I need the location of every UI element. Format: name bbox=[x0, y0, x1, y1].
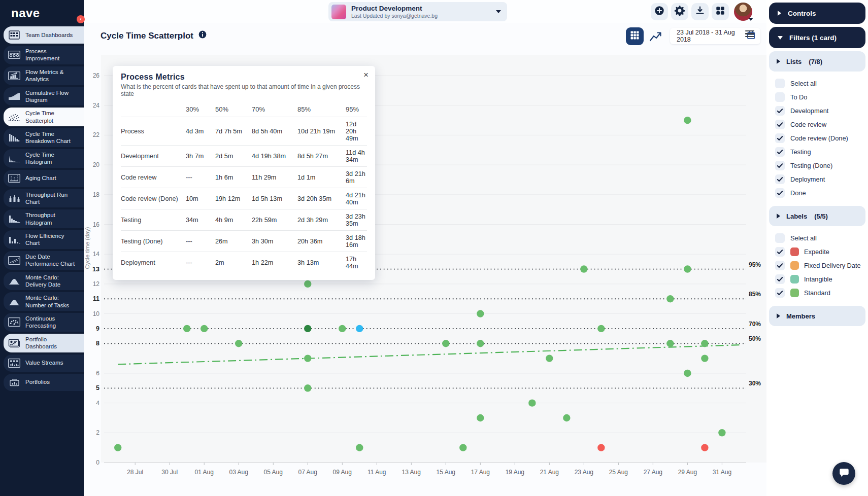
scatter-point[interactable] bbox=[114, 444, 121, 451]
filter-item-testing-done[interactable]: Testing (Done) bbox=[769, 159, 865, 172]
scatter-point[interactable] bbox=[597, 325, 605, 332]
scatter-point[interactable] bbox=[580, 265, 587, 272]
filter-item-fixed-delivery-date[interactable]: Fixed Delivery Date bbox=[769, 259, 865, 272]
scatter-point[interactable] bbox=[684, 117, 691, 124]
filter-item-select-all[interactable]: Select all bbox=[769, 77, 865, 90]
board-selector[interactable]: Product Development Last Updated by sony… bbox=[328, 2, 507, 21]
checkbox[interactable] bbox=[775, 133, 785, 143]
checkbox[interactable] bbox=[775, 188, 785, 198]
scatter-point[interactable] bbox=[718, 429, 725, 436]
filter-item-deployment[interactable]: Deployment bbox=[769, 172, 865, 186]
labels-count: (5/5) bbox=[814, 212, 828, 220]
checkbox[interactable] bbox=[775, 274, 785, 284]
filter-item-code-review-done[interactable]: Code review (Done) bbox=[769, 131, 865, 145]
scatter-point[interactable] bbox=[477, 414, 484, 421]
filter-item-done[interactable]: Done bbox=[769, 186, 865, 200]
filter-item-development[interactable]: Development bbox=[769, 104, 865, 118]
checkbox[interactable] bbox=[775, 120, 785, 129]
sidebar-item-cumulative-flow-diagram[interactable]: Cumulative Flow Diagram bbox=[4, 87, 84, 106]
x-tick-label: 01 Aug bbox=[195, 469, 214, 476]
sidebar-collapse-button[interactable]: ‹ bbox=[77, 15, 85, 23]
trend-icon bbox=[649, 36, 663, 44]
checkbox[interactable] bbox=[775, 261, 785, 270]
scatter-point[interactable] bbox=[356, 444, 363, 451]
scatter-point[interactable] bbox=[563, 414, 570, 421]
sidebar-item-cycle-time-scatterplot[interactable]: Cycle Time Scatterplot bbox=[4, 108, 84, 126]
chart-context-menu[interactable] bbox=[745, 30, 754, 39]
scatter-point[interactable] bbox=[666, 340, 674, 347]
close-icon[interactable]: × bbox=[363, 70, 369, 80]
scatter-point[interactable] bbox=[701, 340, 708, 347]
download-icon bbox=[694, 5, 706, 18]
checkbox[interactable] bbox=[775, 106, 785, 116]
sidebar-item-aging-chart[interactable]: Aging Chart bbox=[4, 170, 84, 187]
scatter-point[interactable] bbox=[666, 295, 674, 302]
scatter-point[interactable] bbox=[701, 444, 708, 451]
filter-item-code-review[interactable]: Code review bbox=[769, 118, 865, 131]
scatter-point[interactable] bbox=[459, 444, 466, 451]
checkbox[interactable] bbox=[775, 233, 785, 243]
lists-section-header[interactable]: Lists (7/8) bbox=[769, 51, 865, 72]
checkbox[interactable] bbox=[775, 161, 785, 170]
sidebar-item-monte-carlo-delivery-date[interactable]: Monte Carlo: Delivery Date bbox=[4, 272, 84, 291]
sidebar-item-monte-carlo-number-of-tasks[interactable]: Monte Carlo: Number of Tasks bbox=[4, 292, 84, 311]
sidebar-item-cycle-time-breakdown-chart[interactable]: Cycle Time Breakdown Chart bbox=[4, 128, 84, 147]
scatter-point[interactable] bbox=[528, 399, 536, 406]
settings-button[interactable] bbox=[671, 3, 688, 20]
sidebar-item-flow-efficiency-chart[interactable]: Flow Efficiency Chart bbox=[4, 230, 84, 249]
scatter-point[interactable] bbox=[701, 355, 708, 362]
info-icon[interactable] bbox=[198, 30, 207, 41]
scatter-point[interactable] bbox=[304, 280, 311, 288]
scatter-point[interactable] bbox=[304, 325, 311, 332]
scatter-point[interactable] bbox=[356, 325, 363, 332]
scatter-point[interactable] bbox=[477, 340, 484, 347]
checkbox[interactable] bbox=[775, 174, 785, 184]
filter-item-to-do[interactable]: To Do bbox=[769, 90, 865, 104]
scatter-point[interactable] bbox=[477, 310, 484, 317]
scatter-point[interactable] bbox=[201, 325, 208, 332]
checkbox[interactable] bbox=[775, 92, 785, 102]
checkbox[interactable] bbox=[775, 288, 785, 298]
sidebar-item-flow-metrics-analytics[interactable]: Flow Metrics & Analytics bbox=[4, 66, 84, 85]
user-menu[interactable] bbox=[734, 3, 752, 21]
scatter-point[interactable] bbox=[442, 340, 449, 347]
add-button[interactable] bbox=[651, 3, 668, 20]
sidebar-item-team-dashboards[interactable]: Team Dashboards bbox=[4, 26, 84, 44]
scatter-point[interactable] bbox=[235, 340, 242, 347]
sidebar-item-due-date-performance-chart[interactable]: Due Date Performance Chart bbox=[4, 251, 84, 270]
filter-item-select-all[interactable]: Select all bbox=[769, 231, 865, 245]
scatter-point[interactable] bbox=[546, 355, 553, 362]
chat-button[interactable] bbox=[832, 462, 855, 485]
members-section-header[interactable]: Members bbox=[769, 306, 865, 326]
checkbox[interactable] bbox=[775, 147, 785, 157]
sidebar-item-throughput-run-chart[interactable]: Throughput Run Chart bbox=[4, 189, 84, 208]
controls-section-header[interactable]: Controls bbox=[769, 3, 865, 24]
filter-item-label: Select all bbox=[790, 80, 817, 87]
scatter-point[interactable] bbox=[304, 355, 311, 362]
scatter-point[interactable] bbox=[684, 265, 691, 272]
sidebar-item-value-streams[interactable]: Value Streams bbox=[4, 355, 84, 372]
filters-section-header[interactable]: Filters (1 card) bbox=[769, 27, 865, 48]
scatter-point[interactable] bbox=[339, 325, 346, 332]
checkbox[interactable] bbox=[775, 247, 785, 257]
scatter-point[interactable] bbox=[183, 325, 190, 332]
sidebar-item-process-improvement[interactable]: Process Improvement bbox=[4, 46, 84, 64]
scatter-point[interactable] bbox=[304, 384, 311, 392]
scatter-point[interactable] bbox=[597, 444, 605, 451]
sidebar-item-throughput-histogram[interactable]: Throughput Histogram bbox=[4, 209, 84, 228]
sidebar-item-cycle-time-histogram[interactable]: Cycle Time Histogram bbox=[4, 149, 84, 168]
trend-line-toggle[interactable] bbox=[649, 29, 664, 44]
filter-item-testing[interactable]: Testing bbox=[769, 145, 865, 159]
filter-item-intangible[interactable]: Intangible bbox=[769, 272, 865, 286]
sidebar-item-continuous-forecasting[interactable]: Continuous Forecasting bbox=[4, 313, 84, 332]
grid-view-toggle[interactable] bbox=[626, 27, 644, 45]
labels-section-header[interactable]: Labels (5/5) bbox=[769, 206, 865, 226]
filter-item-expedite[interactable]: Expedite bbox=[769, 245, 865, 259]
checkbox[interactable] bbox=[775, 79, 785, 88]
download-button[interactable] bbox=[691, 3, 709, 20]
apps-button[interactable] bbox=[712, 3, 729, 20]
filter-item-standard[interactable]: Standard bbox=[769, 286, 865, 300]
scatter-point[interactable] bbox=[684, 370, 691, 377]
sidebar-item-portfolios[interactable]: Portfolios bbox=[4, 374, 84, 391]
sidebar-item-portfolio-dashboards[interactable]: Portfolio Dashboards bbox=[4, 334, 84, 352]
